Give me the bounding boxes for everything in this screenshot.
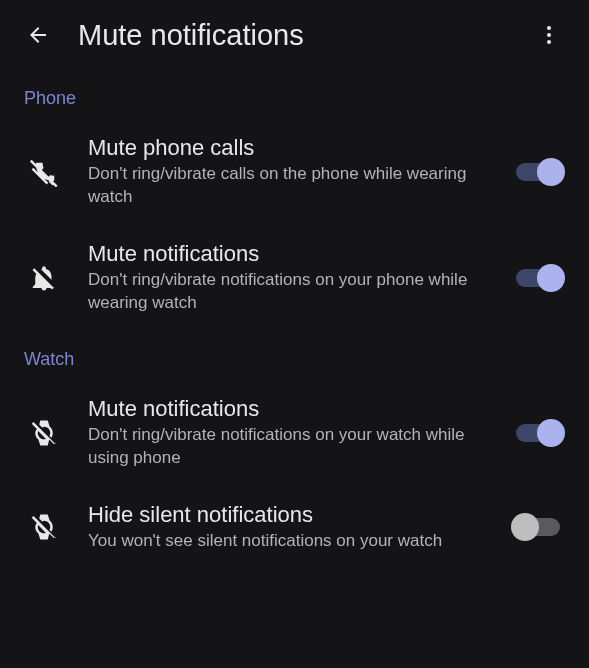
toggle-thumb	[511, 513, 539, 541]
section-header-watch: Watch	[0, 331, 589, 380]
watch-off-icon	[24, 507, 64, 547]
setting-desc: Don't ring/vibrate calls on the phone wh…	[88, 163, 495, 209]
more-vert-icon	[537, 23, 561, 47]
notifications-off-icon	[24, 258, 64, 298]
setting-title: Mute phone calls	[88, 135, 495, 161]
setting-mute-phone-calls[interactable]: Mute phone calls Don't ring/vibrate call…	[0, 119, 589, 225]
toggle-mute-phone-calls[interactable]	[511, 157, 565, 187]
setting-mute-notifications-watch[interactable]: Mute notifications Don't ring/vibrate no…	[0, 380, 589, 486]
setting-desc: Don't ring/vibrate notifications on your…	[88, 424, 495, 470]
setting-desc: Don't ring/vibrate notifications on your…	[88, 269, 495, 315]
setting-title: Mute notifications	[88, 241, 495, 267]
setting-mute-notifications-phone[interactable]: Mute notifications Don't ring/vibrate no…	[0, 225, 589, 331]
svg-point-1	[547, 33, 551, 37]
arrow-back-icon	[26, 23, 50, 47]
app-header: Mute notifications	[0, 0, 589, 70]
back-button[interactable]	[18, 15, 58, 55]
toggle-hide-silent-notifications[interactable]	[511, 512, 565, 542]
toggle-thumb	[537, 158, 565, 186]
svg-point-2	[547, 40, 551, 44]
toggle-mute-notifications-watch[interactable]	[511, 418, 565, 448]
setting-desc: You won't see silent notifications on yo…	[88, 530, 495, 553]
toggle-thumb	[537, 419, 565, 447]
setting-text: Mute notifications Don't ring/vibrate no…	[88, 396, 511, 470]
svg-point-0	[547, 26, 551, 30]
watch-off-icon	[24, 413, 64, 453]
setting-text: Mute phone calls Don't ring/vibrate call…	[88, 135, 511, 209]
toggle-thumb	[537, 264, 565, 292]
setting-text: Mute notifications Don't ring/vibrate no…	[88, 241, 511, 315]
toggle-mute-notifications-phone[interactable]	[511, 263, 565, 293]
setting-title: Hide silent notifications	[88, 502, 495, 528]
page-title: Mute notifications	[78, 19, 529, 52]
setting-title: Mute notifications	[88, 396, 495, 422]
phone-off-icon	[24, 152, 64, 192]
setting-hide-silent-notifications[interactable]: Hide silent notifications You won't see …	[0, 486, 589, 569]
setting-text: Hide silent notifications You won't see …	[88, 502, 511, 553]
more-options-button[interactable]	[529, 15, 569, 55]
section-header-phone: Phone	[0, 70, 589, 119]
